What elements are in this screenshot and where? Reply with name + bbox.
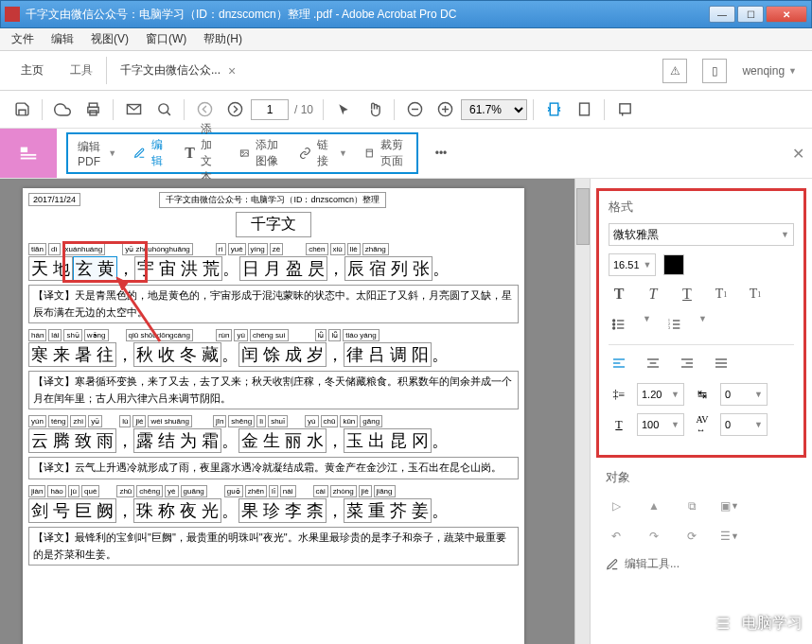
search-icon[interactable]: [150, 96, 178, 124]
menu-window[interactable]: 窗口(W): [138, 29, 194, 49]
edit-tools-link[interactable]: 编辑工具...: [606, 556, 797, 572]
font-color-picker[interactable]: [663, 254, 684, 275]
page-total: / 10: [291, 103, 317, 116]
hand-icon[interactable]: [360, 96, 388, 124]
align-center-icon[interactable]: [643, 353, 663, 374]
tab-close-icon[interactable]: ×: [228, 63, 236, 78]
window-titlebar: 千字文由微信公众号：电脑学习（ID：dnzscomcn）整理 .pdf - Ad…: [0, 0, 812, 28]
doc-header: 千字文由微信公众号：电脑学习（ID：dnzscomcn）整理: [159, 192, 386, 208]
tracking-select[interactable]: 0▼: [720, 413, 768, 436]
line-spacing-icon: ‡≡: [609, 384, 629, 405]
line-spacing-select[interactable]: 1.20▼: [637, 383, 684, 406]
document-page: 2017/11/24 千字文由微信公众号：电脑学习（ID：dnzscomcn）整…: [23, 188, 524, 644]
font-family-select[interactable]: 微软雅黑▼: [609, 223, 794, 246]
char-row: 寒 来 暑 往， 秋 收 冬 藏。 闰 馀 成 岁， 律 吕 调 阳。: [28, 342, 519, 367]
crop-object-icon[interactable]: ⧉: [681, 496, 702, 516]
menu-file[interactable]: 文件: [4, 29, 42, 49]
crop-button[interactable]: 裁剪页面: [364, 137, 407, 169]
flip-horizontal-icon[interactable]: ▷: [606, 496, 627, 516]
save-icon[interactable]: [8, 96, 36, 124]
minimize-button[interactable]: —: [709, 6, 735, 23]
maximize-button[interactable]: ☐: [737, 6, 764, 23]
zoom-in-icon[interactable]: [431, 96, 459, 124]
horizontal-scale-select[interactable]: 100▼: [637, 413, 684, 436]
edit-pdf-dropdown[interactable]: 编辑 PDF▼: [78, 139, 116, 168]
zoom-select[interactable]: 61.7%: [461, 99, 527, 120]
translation[interactable]: 【译文】云气上升遇冷就形成了雨，夜里露水遇冷就凝结成霜。黄金产在金沙江，玉石出在…: [28, 457, 519, 479]
bullet-list-icon[interactable]: [609, 314, 629, 335]
mail-icon[interactable]: [119, 96, 148, 124]
watermark-text: 电脑学习: [742, 614, 803, 634]
menu-view[interactable]: 视图(V): [83, 29, 136, 49]
cloud-icon[interactable]: [48, 96, 77, 124]
svg-point-30: [613, 327, 615, 329]
arrange-icon[interactable]: ▣ ▼: [719, 496, 740, 516]
fit-width-icon[interactable]: [539, 96, 568, 124]
superscript-icon[interactable]: T1: [711, 284, 732, 305]
notification-icon[interactable]: ⚠: [662, 59, 687, 83]
translation[interactable]: 【译文】天是青黑色的，地是黄色的，宇宙形成于混沌蒙昧的状态中。太阳正了又斜，月亮…: [28, 285, 519, 323]
italic-icon[interactable]: T: [643, 284, 663, 305]
align-objects-icon[interactable]: ☰ ▼: [719, 526, 740, 547]
menu-edit[interactable]: 编辑: [44, 29, 81, 49]
document-viewer[interactable]: 2017/11/24 千字文由微信公众号：电脑学习（ID：dnzscomcn）整…: [0, 179, 590, 644]
bold-icon[interactable]: T: [609, 284, 629, 305]
cursor-icon[interactable]: [329, 96, 358, 124]
format-heading: 格式: [609, 199, 794, 216]
char-row: 剑 号 巨 阙， 珠 称 夜 光。 果 珍 李 柰， 菜 重 芥 姜。: [28, 498, 519, 523]
subscript-icon[interactable]: T1: [745, 284, 766, 305]
next-page-icon[interactable]: [221, 96, 249, 124]
close-panel-icon[interactable]: ✕: [784, 129, 812, 178]
svg-rect-13: [550, 103, 558, 115]
text-style-row: T T T T1 T1: [609, 284, 794, 305]
font-size-select[interactable]: 16.51▼: [609, 253, 656, 276]
fit-page-icon[interactable]: [570, 96, 598, 124]
align-right-icon[interactable]: [677, 353, 697, 374]
tab-home[interactable]: 主页: [8, 57, 57, 84]
scrollbar-thumb[interactable]: [576, 188, 590, 245]
align-justify-icon[interactable]: [711, 353, 732, 374]
prev-page-icon[interactable]: [190, 96, 219, 124]
underline-icon[interactable]: T: [677, 284, 697, 305]
link-button[interactable]: 链接▼: [299, 137, 347, 169]
add-text-button[interactable]: T 添加文本: [185, 121, 222, 185]
app-icon: [5, 7, 20, 22]
user-menu[interactable]: wenqing▼: [742, 64, 797, 78]
svg-rect-14: [579, 103, 589, 115]
print-icon[interactable]: [79, 96, 107, 124]
rotate-ccw-icon[interactable]: ↶: [606, 526, 627, 547]
flip-vertical-icon[interactable]: ▲: [644, 496, 664, 516]
svg-point-4: [158, 104, 168, 113]
svg-point-21: [242, 151, 244, 153]
edit-toolbar: 编辑 PDF▼ 编辑 T 添加文本 添加图像 链接▼ 裁剪页面: [66, 132, 418, 174]
close-button[interactable]: ✕: [766, 6, 807, 23]
edit-button[interactable]: 编辑: [133, 137, 168, 169]
tab-tools[interactable]: 工具: [57, 57, 106, 84]
page-number-input[interactable]: [251, 99, 289, 120]
svg-point-28: [613, 323, 615, 325]
rotate-cw-icon[interactable]: ↷: [644, 526, 664, 547]
object-panel: 对象 ▷ ▲ ⧉ ▣ ▼ ↶ ↷ ⟳ ☰ ▼ 编辑工具...: [596, 469, 806, 572]
window-title: 千字文由微信公众号：电脑学习（ID：dnzscomcn）整理 .pdf - Ad…: [26, 7, 707, 23]
translation[interactable]: 【译文】寒暑循环变换，来了又去，去了又来；秋天收割庄稼，冬天储藏粮食。积累数年的…: [28, 371, 519, 409]
vertical-scrollbar[interactable]: [574, 179, 590, 644]
svg-rect-17: [21, 148, 27, 153]
pinyin-row: jiàn hào jù què zhū chēng yè guāng guǒ z…: [28, 485, 519, 497]
tab-document[interactable]: 千字文由微信公众... ×: [106, 57, 245, 84]
replace-image-icon[interactable]: ⟳: [681, 526, 702, 547]
align-left-icon[interactable]: [609, 353, 629, 374]
translation[interactable]: 【译文】最锋利的宝剑叫"巨阙"，最贵重的明珠叫"夜光"。水果里最珍贵的是李子和奈…: [28, 527, 519, 566]
object-heading: 对象: [606, 469, 797, 486]
svg-marker-25: [116, 277, 128, 290]
add-image-button[interactable]: 添加图像: [239, 137, 282, 169]
svg-rect-18: [21, 154, 37, 156]
mobile-icon[interactable]: ▯: [702, 59, 727, 83]
zoom-out-icon[interactable]: [400, 96, 429, 124]
annotate-icon[interactable]: [610, 96, 639, 124]
numbered-list-icon[interactable]: 123: [664, 314, 685, 335]
more-button[interactable]: •••: [428, 129, 455, 178]
indent-select[interactable]: 0▼: [720, 383, 768, 406]
tracking-icon: AV↔: [692, 414, 713, 435]
menu-help[interactable]: 帮助(H): [196, 29, 250, 49]
pinyin-row: yún téng zhì yǔ lù jié wéi shuāng jīn sh…: [28, 415, 519, 427]
